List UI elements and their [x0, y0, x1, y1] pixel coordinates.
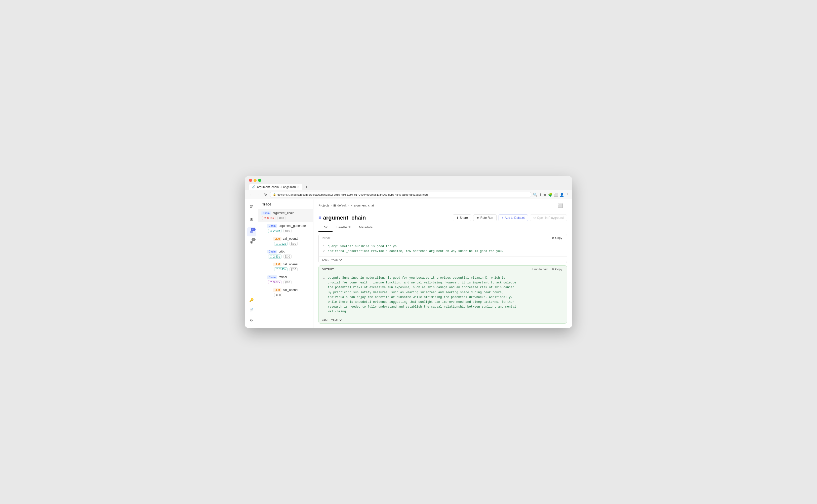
address-bar-row: ← → ↻ 🔒 dev.smith.langchain.com/projects… — [245, 190, 572, 199]
traffic-light-yellow[interactable] — [254, 179, 257, 182]
share-icon[interactable]: ⬆ — [539, 193, 542, 197]
link-icon: ⛓ — [276, 293, 278, 297]
trace-item-name: argument_generator — [279, 224, 306, 228]
trace-time: ⏱ 1.92s — [274, 242, 288, 246]
new-tab-button[interactable]: + — [303, 184, 310, 190]
code-line-2: 2 additional_description: Provide a conc… — [319, 249, 567, 254]
breadcrumb-default[interactable]: default — [337, 204, 346, 207]
expand-icon[interactable]: ⬜ — [558, 203, 563, 208]
trace-links: ⛓ 0 — [277, 216, 285, 220]
add-dataset-button[interactable]: + Add to Dataset — [499, 214, 528, 221]
trace-item-name: argument_chain — [273, 211, 294, 215]
tab-feedback[interactable]: Feedback — [333, 223, 355, 232]
apps-badge: 17 — [251, 228, 255, 231]
trace-item-call-openai-1[interactable]: LLM call_openai ⏱ 1.92s ⛓ 0 — [270, 235, 313, 248]
breadcrumb-default-icon: ⊞ — [333, 204, 336, 207]
open-playground-button[interactable]: ⊙ Open in Playground — [530, 214, 567, 221]
input-label: INPUT — [322, 236, 331, 239]
browser-tab[interactable]: 🔗 argument_chain - LangSmith ✕ — [249, 184, 302, 190]
breadcrumb-chain-icon: ≡ — [350, 204, 352, 207]
traffic-light-green[interactable] — [258, 179, 261, 182]
trace-item-refiner[interactable]: Chain refiner ⏱ 3.87s ⛓ 0 — [264, 273, 313, 286]
breadcrumb-argument-chain: argument_chain — [354, 204, 375, 207]
share-button[interactable]: ⬆ Share — [453, 214, 471, 221]
chain-badge: Chain — [261, 211, 271, 215]
trace-time: ⏱ 2.43s — [274, 267, 288, 271]
sidebar-toggle-button[interactable]: ▣ — [247, 214, 256, 223]
traffic-light-red[interactable] — [249, 179, 252, 182]
llm-badge: LLM — [273, 263, 281, 266]
breadcrumb-projects[interactable]: Projects — [318, 204, 329, 207]
output-yaml-selector: YAML YAML JSON — [319, 317, 567, 323]
output-copy-button[interactable]: ⧉ Copy — [550, 267, 564, 272]
output-section: OUTPUT Jump to next ⧉ Copy 1 output — [318, 265, 567, 324]
sidebar-item-apps[interactable]: ⊞ 17 — [247, 227, 256, 236]
refresh-button[interactable]: ↻ — [263, 192, 268, 197]
line-code: output: Sunshine, in moderation, is good… — [328, 276, 516, 314]
sidebar-item-keys[interactable]: 🔑 — [247, 296, 256, 305]
trace-item-name: critic — [279, 250, 285, 253]
share-icon: ⬆ — [456, 216, 459, 220]
extension-icon[interactable]: 🧩 — [548, 193, 552, 197]
browser-actions: 🔍 ⬆ ★ 🧩 ⬜ 👤 ⋮ — [533, 193, 569, 197]
line-code: additional_description: Provide a concis… — [328, 249, 504, 254]
output-code-area: 1 output: Sunshine, in moderation, is go… — [319, 273, 567, 317]
llm-badge: LLM — [273, 288, 281, 292]
playground-icon: ⊙ — [533, 216, 536, 220]
trace-item-name: call_openai — [283, 288, 298, 292]
address-bar[interactable]: 🔒 dev.smith.langchain.com/projects/p/b75… — [270, 192, 531, 197]
input-copy-button[interactable]: ⧉ Copy — [550, 236, 564, 240]
jump-to-next-button[interactable]: Jump to next — [531, 268, 548, 271]
sidebar-view-icon[interactable]: ⬜ — [554, 193, 558, 197]
back-button[interactable]: ← — [248, 192, 254, 197]
trace-time: ⏱ 8.16s — [262, 216, 275, 220]
forward-button[interactable]: → — [256, 192, 261, 197]
profile-icon[interactable]: 👤 — [560, 193, 564, 197]
tab-title: argument_chain - LangSmith — [257, 185, 296, 189]
search-icon[interactable]: 🔍 — [533, 193, 537, 197]
trace-item-argument-chain[interactable]: Chain argument_chain ⏱ 8.16s ⛓ 0 — [258, 209, 313, 222]
sidebar-item-settings[interactable]: ⚙ — [247, 316, 256, 325]
input-code-area: 1 query: Whether sunshine is good for yo… — [319, 242, 567, 256]
breadcrumb-sep-2: › — [348, 204, 349, 207]
lock-icon: 🔒 — [273, 193, 276, 196]
bookmark-icon[interactable]: ★ — [543, 193, 547, 197]
input-panel-header: INPUT ⧉ Copy — [319, 234, 567, 242]
rate-run-button[interactable]: ★ Rate Run — [473, 214, 497, 221]
trace-subgroup-refiner-llm: LLM call_openai ⛓ 0 — [264, 286, 313, 299]
run-title: argument_chain — [323, 215, 366, 221]
line-code: query: Whether sunshine is good for you. — [328, 244, 400, 249]
trace-subgroup-2: LLM call_openai ⏱ 1.92s ⛓ 0 — [264, 235, 313, 248]
tab-metadata[interactable]: Metadata — [355, 223, 377, 232]
trace-item-critic[interactable]: Chain critic ⏱ 2.53s ⛓ 0 — [264, 248, 313, 261]
key-icon: 🔑 — [249, 298, 254, 302]
tab-run[interactable]: Run — [318, 223, 333, 232]
clock-icon: ⏱ — [276, 268, 278, 271]
chain-badge: Chain — [267, 250, 277, 254]
app-topnav: Projects › ⊞ default › ≡ argument_chain … — [318, 203, 567, 210]
sidebar-item-db[interactable]: ◉ 6 — [247, 237, 256, 246]
trace-subgroup-critic-llm: LLM call_openai ⏱ 2.43s ⛓ 0 — [264, 261, 313, 273]
sidebar-item-docs[interactable]: 📄 — [247, 306, 256, 315]
trace-item-call-openai-3[interactable]: LLM call_openai ⛓ 0 — [270, 286, 313, 299]
breadcrumb: Projects › ⊞ default › ≡ argument_chain — [318, 204, 375, 207]
output-format-select[interactable]: YAML JSON — [330, 318, 343, 322]
logo-button[interactable] — [247, 202, 256, 211]
run-actions: ⬆ Share ★ Rate Run + Add to Dataset ⊙ Op… — [453, 214, 567, 221]
format-select[interactable]: YAML JSON — [330, 258, 343, 262]
clock-icon: ⏱ — [270, 229, 272, 232]
tab-close-button[interactable]: ✕ — [297, 186, 299, 188]
output-label: OUTPUT — [322, 268, 334, 271]
clock-icon: ⏱ — [270, 255, 272, 258]
link-icon: ⛓ — [279, 217, 282, 220]
trace-item-argument-generator[interactable]: Chain argument_generator ⏱ 2.00s ⛓ 0 — [264, 222, 313, 235]
run-icon: ≡ — [318, 215, 321, 220]
trace-item-call-openai-2[interactable]: LLM call_openai ⏱ 2.43s ⛓ 0 — [270, 261, 313, 273]
copy-icon: ⧉ — [552, 236, 554, 240]
menu-icon[interactable]: ⋮ — [565, 193, 569, 197]
main-content: Projects › ⊞ default › ≡ argument_chain … — [313, 199, 572, 328]
clock-icon: ⏱ — [264, 217, 266, 220]
trace-links: ⛓ 0 — [290, 242, 298, 246]
trace-links: ⛓ 0 — [283, 255, 292, 259]
sidebar-icons: ▣ ⊞ 17 ◉ 6 🔑 📄 ⚙ — [245, 199, 258, 328]
